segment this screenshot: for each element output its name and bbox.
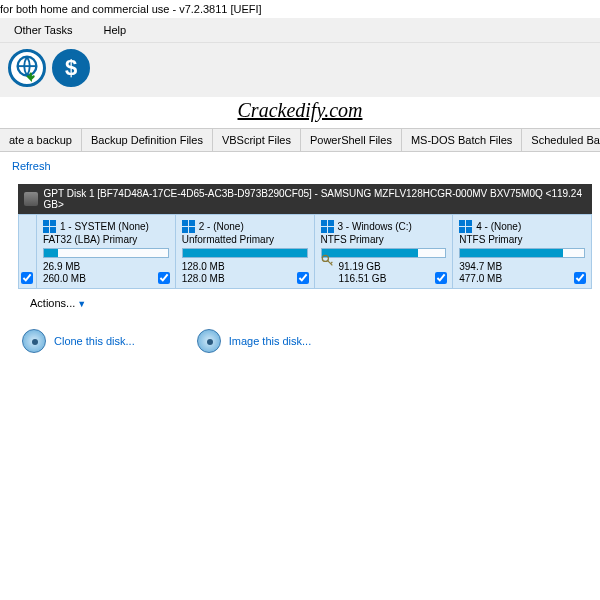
windows-icon xyxy=(43,220,56,233)
partition-2[interactable]: 2 - (None) Unformatted Primary 128.0 MB1… xyxy=(176,215,315,288)
usage-bar xyxy=(459,248,585,258)
menubar: Other Tasks Help xyxy=(0,18,600,43)
svg-line-4 xyxy=(330,262,332,264)
partition-4[interactable]: 4 - (None) NTFS Primary 394.7 MB477.0 MB xyxy=(453,215,591,288)
usage-bar xyxy=(43,248,169,258)
tab-powershell[interactable]: PowerShell Files xyxy=(301,129,402,151)
actions-dropdown[interactable]: Actions...▼ xyxy=(0,289,600,313)
tab-create-backup[interactable]: ate a backup xyxy=(0,129,82,151)
usage-bar xyxy=(321,248,447,258)
partition-title: 3 - Windows (C:) xyxy=(338,221,412,232)
window-title: for both home and commercial use - v7.2.… xyxy=(0,0,600,18)
disk-header[interactable]: GPT Disk 1 [BF74D48A-17CE-4D65-AC3B-D973… xyxy=(18,184,592,214)
partition-3[interactable]: 3 - Windows (C:) NTFS Primary 91.19 GB11… xyxy=(315,215,454,288)
menu-other-tasks[interactable]: Other Tasks xyxy=(0,20,87,40)
tab-msdos-batch[interactable]: MS-DOS Batch Files xyxy=(402,129,522,151)
clone-disk-link[interactable]: Clone this disk... xyxy=(20,327,135,355)
partition-type: Unformatted Primary xyxy=(182,234,308,245)
menu-help[interactable]: Help xyxy=(90,20,141,40)
usage-bar xyxy=(182,248,308,258)
watermark-text: Crackedify.com xyxy=(0,97,600,128)
tab-vbscript[interactable]: VBScript Files xyxy=(213,129,301,151)
image-disk-link[interactable]: Image this disk... xyxy=(195,327,312,355)
disk-header-text: GPT Disk 1 [BF74D48A-17CE-4D65-AC3B-D973… xyxy=(44,188,586,210)
partition-type: FAT32 (LBA) Primary xyxy=(43,234,169,245)
partition-checkbox[interactable] xyxy=(435,272,447,284)
partition-checkbox[interactable] xyxy=(574,272,586,284)
tab-scheduled-backups[interactable]: Scheduled Backups xyxy=(522,129,600,151)
chevron-down-icon: ▼ xyxy=(77,299,86,309)
partition-sizes: 91.19 GB116.51 GB xyxy=(321,261,447,285)
disk-checkbox[interactable] xyxy=(21,272,33,284)
tab-backup-definition[interactable]: Backup Definition Files xyxy=(82,129,213,151)
partition-1[interactable]: 1 - SYSTEM (None) FAT32 (LBA) Primary 26… xyxy=(37,215,176,288)
partition-sizes: 26.9 MB260.0 MB xyxy=(43,261,169,285)
refresh-link[interactable]: Refresh xyxy=(0,152,600,180)
windows-icon xyxy=(459,220,472,233)
partition-title: 1 - SYSTEM (None) xyxy=(60,221,149,232)
disk-operations: Clone this disk... Image this disk... xyxy=(0,313,600,359)
dollar-icon[interactable]: $ xyxy=(52,49,90,87)
partition-checkbox[interactable] xyxy=(158,272,170,284)
toolbar: $ xyxy=(0,43,600,97)
partition-type: NTFS Primary xyxy=(321,234,447,245)
partition-sizes: 128.0 MB128.0 MB xyxy=(182,261,308,285)
tab-bar: ate a backup Backup Definition Files VBS… xyxy=(0,128,600,152)
disk-checkbox-gutter xyxy=(19,215,37,288)
hdd-icon xyxy=(24,192,38,206)
partition-checkbox[interactable] xyxy=(297,272,309,284)
windows-icon xyxy=(321,220,334,233)
key-icon xyxy=(321,254,335,268)
partition-title: 4 - (None) xyxy=(476,221,521,232)
partition-type: NTFS Primary xyxy=(459,234,585,245)
partition-row: 1 - SYSTEM (None) FAT32 (LBA) Primary 26… xyxy=(18,214,592,289)
disk-section: GPT Disk 1 [BF74D48A-17CE-4D65-AC3B-D973… xyxy=(18,184,592,289)
globe-download-icon[interactable] xyxy=(8,49,46,87)
partition-title: 2 - (None) xyxy=(199,221,244,232)
clone-disk-icon xyxy=(20,327,48,355)
image-disk-icon xyxy=(195,327,223,355)
windows-icon xyxy=(182,220,195,233)
partition-sizes: 394.7 MB477.0 MB xyxy=(459,261,585,285)
